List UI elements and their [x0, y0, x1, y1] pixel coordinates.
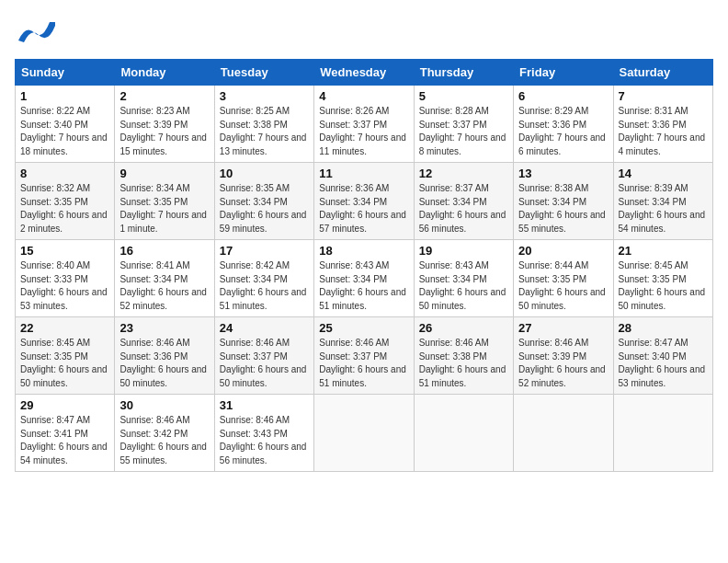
day-number: 4 [319, 89, 408, 103]
calendar-cell: 13 Sunrise: 8:38 AM Sunset: 3:34 PM Dayl… [514, 163, 613, 240]
calendar-cell: 22 Sunrise: 8:45 AM Sunset: 3:35 PM Dayl… [16, 317, 115, 395]
day-info: Sunrise: 8:36 AM Sunset: 3:34 PM Dayligh… [319, 182, 408, 236]
day-info: Sunrise: 8:32 AM Sunset: 3:35 PM Dayligh… [20, 182, 109, 236]
day-number: 23 [119, 321, 209, 335]
calendar-cell: 7 Sunrise: 8:31 AM Sunset: 3:36 PM Dayli… [613, 86, 712, 163]
day-number: 24 [220, 321, 309, 335]
day-number: 7 [619, 89, 708, 103]
day-info: Sunrise: 8:46 AM Sunset: 3:42 PM Dayligh… [119, 414, 209, 467]
calendar-cell: 24 Sunrise: 8:46 AM Sunset: 3:37 PM Dayl… [214, 317, 313, 395]
day-info: Sunrise: 8:31 AM Sunset: 3:36 PM Dayligh… [619, 105, 708, 158]
day-number: 2 [119, 89, 209, 103]
day-info: Sunrise: 8:22 AM Sunset: 3:40 PM Dayligh… [20, 105, 109, 158]
calendar-cell: 2 Sunrise: 8:23 AM Sunset: 3:39 PM Dayli… [115, 86, 214, 163]
day-info: Sunrise: 8:35 AM Sunset: 3:34 PM Dayligh… [220, 182, 309, 236]
calendar-cell: 10 Sunrise: 8:35 AM Sunset: 3:34 PM Dayl… [214, 163, 313, 240]
calendar-cell: 1 Sunrise: 8:22 AM Sunset: 3:40 PM Dayli… [16, 86, 115, 163]
day-info: Sunrise: 8:46 AM Sunset: 3:36 PM Dayligh… [119, 337, 209, 390]
calendar-cell: 11 Sunrise: 8:36 AM Sunset: 3:34 PM Dayl… [314, 163, 414, 240]
calendar-cell: 18 Sunrise: 8:43 AM Sunset: 3:34 PM Dayl… [314, 240, 414, 317]
logo-icon [15, 15, 59, 50]
day-number: 29 [20, 398, 109, 412]
day-number: 25 [319, 321, 408, 335]
day-info: Sunrise: 8:23 AM Sunset: 3:39 PM Dayligh… [119, 105, 209, 158]
calendar-cell: 31 Sunrise: 8:46 AM Sunset: 3:43 PM Dayl… [214, 395, 313, 472]
day-number: 31 [220, 398, 309, 412]
logo [15, 15, 63, 50]
day-info: Sunrise: 8:41 AM Sunset: 3:34 PM Dayligh… [119, 259, 209, 313]
day-info: Sunrise: 8:46 AM Sunset: 3:43 PM Dayligh… [220, 414, 309, 467]
calendar-header [15, 15, 713, 50]
day-number: 15 [20, 244, 109, 258]
calendar-cell: 6 Sunrise: 8:29 AM Sunset: 3:36 PM Dayli… [514, 86, 613, 163]
calendar-cell [314, 395, 414, 472]
calendar-cell: 16 Sunrise: 8:41 AM Sunset: 3:34 PM Dayl… [115, 240, 214, 317]
day-info: Sunrise: 8:45 AM Sunset: 3:35 PM Dayligh… [20, 337, 109, 390]
calendar-cell: 8 Sunrise: 8:32 AM Sunset: 3:35 PM Dayli… [16, 163, 115, 240]
weekday-header-friday: Friday [514, 60, 613, 86]
calendar-table: SundayMondayTuesdayWednesdayThursdayFrid… [15, 59, 713, 472]
day-number: 10 [220, 167, 309, 180]
day-info: Sunrise: 8:42 AM Sunset: 3:34 PM Dayligh… [220, 259, 309, 313]
weekday-header-tuesday: Tuesday [214, 60, 313, 86]
calendar-cell: 29 Sunrise: 8:47 AM Sunset: 3:41 PM Dayl… [16, 395, 115, 472]
day-number: 1 [20, 89, 109, 103]
calendar-cell: 23 Sunrise: 8:46 AM Sunset: 3:36 PM Dayl… [115, 317, 214, 395]
day-number: 9 [119, 167, 209, 180]
day-info: Sunrise: 8:25 AM Sunset: 3:38 PM Dayligh… [220, 105, 309, 158]
day-number: 30 [119, 398, 209, 412]
day-number: 5 [419, 89, 508, 103]
day-number: 22 [20, 321, 109, 335]
day-info: Sunrise: 8:45 AM Sunset: 3:35 PM Dayligh… [619, 259, 708, 313]
day-info: Sunrise: 8:39 AM Sunset: 3:34 PM Dayligh… [619, 182, 708, 236]
calendar-cell [613, 395, 712, 472]
weekday-header-thursday: Thursday [414, 60, 513, 86]
day-info: Sunrise: 8:46 AM Sunset: 3:39 PM Dayligh… [518, 337, 608, 390]
day-info: Sunrise: 8:43 AM Sunset: 3:34 PM Dayligh… [419, 259, 508, 313]
weekday-header-saturday: Saturday [613, 60, 712, 86]
day-number: 17 [220, 244, 309, 258]
calendar-cell: 26 Sunrise: 8:46 AM Sunset: 3:38 PM Dayl… [414, 317, 513, 395]
day-number: 27 [518, 321, 608, 335]
day-info: Sunrise: 8:38 AM Sunset: 3:34 PM Dayligh… [518, 182, 608, 236]
calendar-cell: 25 Sunrise: 8:46 AM Sunset: 3:37 PM Dayl… [314, 317, 414, 395]
day-info: Sunrise: 8:34 AM Sunset: 3:35 PM Dayligh… [119, 182, 209, 236]
calendar-cell: 27 Sunrise: 8:46 AM Sunset: 3:39 PM Dayl… [514, 317, 613, 395]
day-number: 8 [20, 167, 109, 180]
day-info: Sunrise: 8:46 AM Sunset: 3:37 PM Dayligh… [319, 337, 408, 390]
day-info: Sunrise: 8:28 AM Sunset: 3:37 PM Dayligh… [419, 105, 508, 158]
day-number: 20 [518, 244, 608, 258]
day-number: 21 [619, 244, 708, 258]
day-info: Sunrise: 8:47 AM Sunset: 3:40 PM Dayligh… [619, 337, 708, 390]
day-number: 16 [119, 244, 209, 258]
day-number: 26 [419, 321, 508, 335]
day-info: Sunrise: 8:44 AM Sunset: 3:35 PM Dayligh… [518, 259, 608, 313]
calendar-cell: 3 Sunrise: 8:25 AM Sunset: 3:38 PM Dayli… [214, 86, 313, 163]
calendar-cell: 14 Sunrise: 8:39 AM Sunset: 3:34 PM Dayl… [613, 163, 712, 240]
calendar-cell: 20 Sunrise: 8:44 AM Sunset: 3:35 PM Dayl… [514, 240, 613, 317]
calendar-cell: 5 Sunrise: 8:28 AM Sunset: 3:37 PM Dayli… [414, 86, 513, 163]
day-info: Sunrise: 8:43 AM Sunset: 3:34 PM Dayligh… [319, 259, 408, 313]
day-info: Sunrise: 8:40 AM Sunset: 3:33 PM Dayligh… [20, 259, 109, 313]
calendar-cell: 9 Sunrise: 8:34 AM Sunset: 3:35 PM Dayli… [115, 163, 214, 240]
day-number: 14 [619, 167, 708, 180]
calendar-cell: 28 Sunrise: 8:47 AM Sunset: 3:40 PM Dayl… [613, 317, 712, 395]
weekday-header-sunday: Sunday [16, 60, 115, 86]
day-number: 18 [319, 244, 408, 258]
weekday-header-monday: Monday [115, 60, 214, 86]
calendar-cell: 12 Sunrise: 8:37 AM Sunset: 3:34 PM Dayl… [414, 163, 513, 240]
day-number: 12 [419, 167, 508, 180]
weekday-header-wednesday: Wednesday [314, 60, 414, 86]
calendar-cell: 19 Sunrise: 8:43 AM Sunset: 3:34 PM Dayl… [414, 240, 513, 317]
day-info: Sunrise: 8:47 AM Sunset: 3:41 PM Dayligh… [20, 414, 109, 467]
day-number: 3 [220, 89, 309, 103]
calendar-cell: 4 Sunrise: 8:26 AM Sunset: 3:37 PM Dayli… [314, 86, 414, 163]
calendar-cell: 15 Sunrise: 8:40 AM Sunset: 3:33 PM Dayl… [16, 240, 115, 317]
calendar-cell: 21 Sunrise: 8:45 AM Sunset: 3:35 PM Dayl… [613, 240, 712, 317]
day-info: Sunrise: 8:29 AM Sunset: 3:36 PM Dayligh… [518, 105, 608, 158]
day-number: 11 [319, 167, 408, 180]
calendar-cell: 17 Sunrise: 8:42 AM Sunset: 3:34 PM Dayl… [214, 240, 313, 317]
day-number: 19 [419, 244, 508, 258]
day-info: Sunrise: 8:26 AM Sunset: 3:37 PM Dayligh… [319, 105, 408, 158]
day-number: 6 [518, 89, 608, 103]
